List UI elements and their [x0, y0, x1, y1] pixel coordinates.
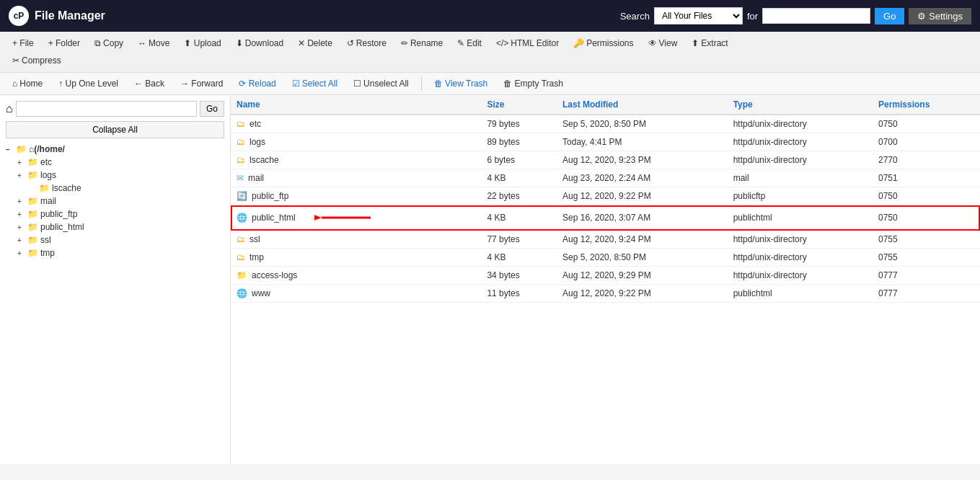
- cell-name-etc: 🗂etc: [231, 115, 481, 133]
- cell-permissions-logs: 0700: [873, 133, 980, 151]
- collapse-all-button[interactable]: Collapse All: [6, 121, 224, 138]
- table-row[interactable]: 📁access-logs34 bytesAug 12, 2020, 9:29 P…: [231, 267, 980, 285]
- table-row[interactable]: 🗂ssl77 bytesAug 12, 2020, 9:24 PMhttpd/u…: [231, 231, 980, 249]
- permissions-button[interactable]: 🔑 Permissions: [567, 35, 640, 51]
- empty-trash-button[interactable]: 🗑 Empty Trash: [497, 76, 570, 92]
- cell-modified-www: Aug 12, 2020, 9:22 PM: [557, 285, 728, 303]
- cell-size-public_ftp: 22 bytes: [481, 187, 557, 205]
- edit-button[interactable]: ✎ Edit: [451, 35, 488, 51]
- tree-item-lscache[interactable]: 📁 lscache: [29, 182, 224, 195]
- table-row[interactable]: 🌐public_html 4 KBSep 16, 2020, 3:07 AMpu…: [231, 205, 980, 231]
- settings-button[interactable]: ⚙ Settings: [909, 8, 971, 25]
- file-icon-lscache: 🗂: [237, 155, 245, 165]
- cell-name-www: 🌐www: [231, 285, 481, 303]
- view-icon: 👁: [648, 38, 657, 48]
- tree-root[interactable]: − 📁 ⌂ (/home/: [6, 143, 224, 156]
- tree-item-logs[interactable]: + 📁 logs: [17, 169, 224, 182]
- file-icon-etc: 🗂: [237, 119, 245, 129]
- tree-children-root: + 📁 etc + 📁 logs 📁 lscache: [6, 156, 224, 259]
- download-button[interactable]: ⬇ Download: [229, 35, 290, 51]
- cell-modified-ssl: Aug 12, 2020, 9:24 PM: [557, 231, 728, 249]
- cell-name-ssl: 🗂ssl: [231, 231, 481, 249]
- toolbar: + File + Folder ⧉ Copy ↔ Move ⬆ Upload ⬇…: [0, 32, 980, 73]
- copy-button[interactable]: ⧉ Copy: [88, 35, 130, 51]
- tree-item-mail[interactable]: + 📁 mail: [17, 195, 224, 208]
- cell-type-ssl: httpd/unix-directory: [728, 231, 873, 249]
- search-input[interactable]: [762, 8, 870, 24]
- view-trash-button[interactable]: 🗑 View Trash: [428, 76, 494, 92]
- back-button[interactable]: ← Back: [128, 76, 171, 92]
- folder-icon-tmp: 📁: [27, 248, 38, 258]
- forward-button[interactable]: → Forward: [174, 76, 229, 92]
- checkbox-icon: ☑: [292, 79, 300, 89]
- view-button[interactable]: 👁 View: [642, 35, 684, 51]
- cell-type-public_ftp: publicftp: [728, 187, 873, 205]
- tree-item-public-ftp[interactable]: + 📁 public_ftp: [17, 208, 224, 221]
- cell-size-tmp: 4 KB: [481, 249, 557, 267]
- unselect-all-button[interactable]: ☐ Unselect All: [347, 76, 415, 92]
- col-name[interactable]: Name: [231, 95, 481, 115]
- new-file-button[interactable]: + File: [6, 35, 40, 51]
- cell-type-etc: httpd/unix-directory: [728, 115, 873, 133]
- folder-icon-lscache: 📁: [39, 183, 50, 193]
- restore-button[interactable]: ↺ Restore: [340, 35, 393, 51]
- download-icon: ⬇: [236, 38, 243, 48]
- cell-name-lscache: 🗂lscache: [231, 151, 481, 169]
- tree-item-etc[interactable]: + 📁 etc: [17, 156, 224, 169]
- table-row[interactable]: 🗂logs89 bytesToday, 4:41 PMhttpd/unix-di…: [231, 133, 980, 151]
- path-input[interactable]: [16, 101, 197, 117]
- cell-permissions-ssl: 0755: [873, 231, 980, 249]
- cell-modified-public_html: Sep 16, 2020, 3:07 AM: [557, 205, 728, 231]
- move-button[interactable]: ↔ Move: [131, 35, 176, 51]
- table-row[interactable]: 🌐www11 bytesAug 12, 2020, 9:22 PMpublich…: [231, 285, 980, 303]
- table-row[interactable]: 🔄public_ftp22 bytesAug 12, 2020, 9:22 PM…: [231, 187, 980, 205]
- extract-button[interactable]: ⬆ Extract: [685, 35, 734, 51]
- col-permissions[interactable]: Permissions: [873, 95, 980, 115]
- home-nav-icon: ⌂: [6, 102, 13, 115]
- search-scope-select[interactable]: All Your Files File Names Only File Cont…: [654, 7, 743, 25]
- html-editor-button[interactable]: </> HTML Editor: [490, 35, 565, 51]
- tree-item-ssl[interactable]: + 📁 ssl: [17, 234, 224, 246]
- compress-button[interactable]: ✂ Compress: [6, 53, 68, 68]
- cell-size-www: 11 bytes: [481, 285, 557, 303]
- reload-button[interactable]: ⟳ Reload: [232, 76, 282, 92]
- tree-item-public-html[interactable]: + 📁 public_html: [17, 221, 224, 234]
- col-size[interactable]: Size: [481, 95, 557, 115]
- file-icon-public_html: 🌐: [237, 213, 247, 223]
- table-row[interactable]: 🗂lscache6 bytesAug 12, 2020, 9:23 PMhttp…: [231, 151, 980, 169]
- col-last-modified[interactable]: Last Modified: [557, 95, 728, 115]
- app-title: File Manager: [35, 9, 105, 22]
- rename-button[interactable]: ✏ Rename: [394, 35, 449, 51]
- app-logo: cP File Manager: [9, 6, 105, 26]
- restore-icon: ↺: [347, 38, 354, 48]
- cell-modified-etc: Sep 5, 2020, 8:50 PM: [557, 115, 728, 133]
- select-all-button[interactable]: ☑ Select All: [286, 76, 344, 92]
- cell-name-tmp: 🗂tmp: [231, 249, 481, 267]
- delete-icon: ✕: [298, 38, 305, 48]
- search-go-button[interactable]: Go: [875, 8, 904, 25]
- cell-name-public_ftp: 🔄public_ftp: [231, 187, 481, 205]
- col-type[interactable]: Type: [728, 95, 873, 115]
- delete-button[interactable]: ✕ Delete: [291, 35, 339, 51]
- cell-permissions-mail: 0751: [873, 169, 980, 187]
- cell-modified-tmp: Sep 5, 2020, 8:50 PM: [557, 249, 728, 267]
- cell-type-mail: mail: [728, 169, 873, 187]
- cell-name-public_html: 🌐public_html: [231, 205, 481, 231]
- table-row[interactable]: 🗂etc79 bytesSep 5, 2020, 8:50 PMhttpd/un…: [231, 115, 980, 133]
- path-go-button[interactable]: Go: [200, 101, 224, 117]
- cell-type-www: publichtml: [728, 285, 873, 303]
- home-button[interactable]: ⌂ Home: [6, 76, 49, 92]
- cell-size-access-logs: 34 bytes: [481, 267, 557, 285]
- table-row[interactable]: 🗂tmp4 KBSep 5, 2020, 8:50 PMhttpd/unix-d…: [231, 249, 980, 267]
- file-table: Name Size Last Modified Type Permissions…: [231, 95, 980, 303]
- cell-modified-public_ftp: Aug 12, 2020, 9:22 PM: [557, 187, 728, 205]
- cell-permissions-tmp: 0755: [873, 249, 980, 267]
- cell-type-public_html: publichtml: [728, 205, 873, 231]
- table-row[interactable]: ✉mail4 KBAug 23, 2020, 2:24 AMmail0751: [231, 169, 980, 187]
- cell-name-logs: 🗂logs: [231, 133, 481, 151]
- tree-item-tmp[interactable]: + 📁 tmp: [17, 246, 224, 259]
- up-one-level-button[interactable]: ↑ Up One Level: [52, 76, 125, 92]
- new-folder-button[interactable]: + Folder: [42, 35, 87, 51]
- upload-button[interactable]: ⬆ Upload: [177, 35, 227, 51]
- folder-icon-mail: 📁: [27, 196, 38, 206]
